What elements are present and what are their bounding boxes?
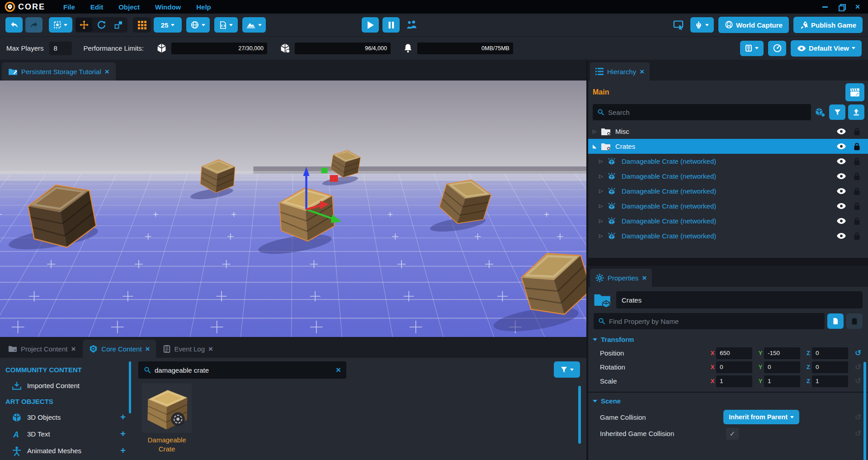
transform-section-header[interactable]: Transform [588, 332, 868, 346]
object-name-input[interactable] [616, 291, 863, 308]
scene-root-label[interactable]: Main [593, 88, 609, 96]
rotation-x-input[interactable] [716, 361, 752, 373]
lock-icon[interactable] [854, 172, 861, 180]
add-object-button[interactable]: + [120, 446, 126, 456]
visibility-eye-icon[interactable] [836, 158, 847, 165]
close-icon[interactable]: × [642, 274, 646, 282]
lock-icon[interactable] [854, 157, 861, 166]
hierarchy-search-input[interactable] [608, 109, 807, 116]
snapshot-dropdown[interactable] [740, 41, 764, 56]
selection-mode-dropdown[interactable] [49, 17, 72, 33]
tab-event-log[interactable]: Event Log × [157, 340, 219, 358]
tab-core-content[interactable]: Core Content × [83, 340, 156, 358]
add-object-button[interactable]: + [120, 412, 126, 422]
world-capture-button[interactable]: World Capture [718, 17, 789, 33]
gizmo-plane-handle-green[interactable] [321, 168, 328, 173]
visibility-eye-icon[interactable] [836, 203, 847, 209]
add-object-button[interactable]: + [120, 429, 126, 439]
move-tool-button[interactable] [76, 18, 92, 32]
max-players-value[interactable]: 8 [49, 42, 72, 55]
environment-dropdown[interactable] [186, 17, 210, 33]
menu-edit[interactable]: Edit [90, 3, 103, 11]
content-search-input[interactable] [155, 366, 332, 374]
scene-tab[interactable]: Persistent Storage Tutorial × [2, 62, 116, 81]
grid-size-dropdown[interactable]: 25 [154, 17, 182, 33]
tab-project-content[interactable]: Project Content × [2, 340, 82, 358]
sidebar-item-imported-content[interactable]: Imported Content [0, 377, 132, 394]
hierarchy-row[interactable]: ▷Damageable Crate (networked) [588, 169, 868, 184]
gizmo-plane-handle-red[interactable] [330, 175, 338, 182]
reset-rotation-button[interactable]: ↺ [853, 362, 863, 372]
minimize-button[interactable] [821, 3, 829, 11]
visibility-eye-icon[interactable] [836, 173, 847, 180]
lock-icon[interactable] [854, 142, 861, 151]
scale-x-input[interactable] [716, 375, 752, 387]
grid-snap-button[interactable] [134, 18, 150, 32]
position-y-input[interactable] [764, 347, 800, 359]
screen-share-icon[interactable] [673, 20, 684, 30]
reset-game-collision-button[interactable]: ↺ [853, 413, 863, 422]
copy-properties-button[interactable] [827, 313, 844, 329]
expand-icon[interactable]: ▷ [599, 233, 607, 239]
position-x-input[interactable] [716, 347, 752, 359]
redo-button[interactable] [25, 17, 42, 33]
scale-y-input[interactable] [764, 375, 800, 387]
clear-search-icon[interactable]: × [336, 365, 341, 375]
hierarchy-publish-button[interactable] [848, 104, 864, 120]
content-item-card[interactable]: Damageable Crate [140, 383, 193, 453]
viewport-3d[interactable] [0, 81, 586, 337]
hierarchy-row[interactable]: ▷Damageable Crate (networked) [588, 228, 868, 243]
pause-button[interactable] [382, 17, 400, 33]
hierarchy-row[interactable]: ▷Damageable Crate (networked) [588, 213, 868, 228]
tab-hierarchy[interactable]: Hierarchy × [590, 62, 650, 81]
visibility-eye-icon[interactable] [836, 143, 847, 150]
menu-window[interactable]: Window [155, 3, 181, 11]
lock-icon[interactable] [854, 232, 861, 240]
lock-icon[interactable] [854, 217, 861, 225]
position-z-input[interactable] [812, 347, 848, 359]
hierarchy-row[interactable]: ▷Damageable Crate (networked) [588, 184, 868, 199]
performance-gauge-button[interactable] [768, 41, 786, 56]
publish-game-button[interactable]: Publish Game [793, 17, 863, 33]
default-view-dropdown[interactable]: Default View [791, 40, 862, 57]
group-contents-icon[interactable] [814, 106, 826, 118]
rotate-tool-button[interactable] [93, 18, 109, 32]
collapse-icon[interactable]: ◣ [593, 143, 601, 149]
hierarchy-row[interactable]: ▷Misc [588, 124, 868, 139]
sidebar-item-3d-text[interactable]: A3D Text+ [0, 426, 132, 442]
expand-icon[interactable]: ▷ [599, 203, 607, 209]
rotation-y-input[interactable] [764, 361, 800, 373]
lock-icon[interactable] [854, 202, 861, 210]
expand-icon[interactable]: ▷ [599, 218, 607, 224]
menu-object[interactable]: Object [118, 3, 140, 11]
script-dropdown[interactable] [214, 17, 238, 33]
hierarchy-row[interactable]: ▷Damageable Crate (networked) [588, 199, 868, 213]
scene-capture-button[interactable] [845, 83, 864, 101]
close-icon[interactable]: × [105, 68, 109, 76]
close-icon[interactable]: × [71, 345, 75, 353]
visibility-eye-icon[interactable] [836, 188, 847, 194]
scale-z-input[interactable] [812, 375, 848, 387]
multiplayer-preview-icon[interactable] [406, 20, 418, 29]
rotation-z-input[interactable] [812, 361, 848, 373]
visibility-eye-icon[interactable] [836, 128, 847, 135]
expand-icon[interactable]: ▷ [599, 158, 607, 164]
hierarchy-filter-button[interactable] [829, 104, 845, 120]
reset-inherited-collision-button[interactable]: ↺ [853, 429, 863, 438]
visibility-eye-icon[interactable] [836, 232, 847, 239]
game-collision-dropdown[interactable]: Inherit from Parent [723, 410, 799, 424]
menu-file[interactable]: File [63, 3, 75, 11]
menu-help[interactable]: Help [196, 3, 211, 11]
close-icon[interactable]: × [208, 345, 213, 353]
close-icon[interactable]: × [640, 68, 644, 76]
expand-icon[interactable]: ▷ [593, 128, 601, 134]
properties-scrollbar[interactable] [863, 362, 866, 460]
tab-properties[interactable]: Properties × [590, 269, 652, 287]
hierarchy-row[interactable]: ▷Damageable Crate (networked) [588, 154, 868, 169]
reset-scale-button[interactable]: ↺ [853, 376, 863, 386]
expand-icon[interactable]: ▷ [599, 173, 607, 179]
viewport-canvas[interactable] [0, 81, 586, 337]
terrain-dropdown[interactable] [242, 17, 266, 33]
visibility-eye-icon[interactable] [836, 218, 847, 224]
bot-dropdown[interactable] [690, 17, 714, 33]
